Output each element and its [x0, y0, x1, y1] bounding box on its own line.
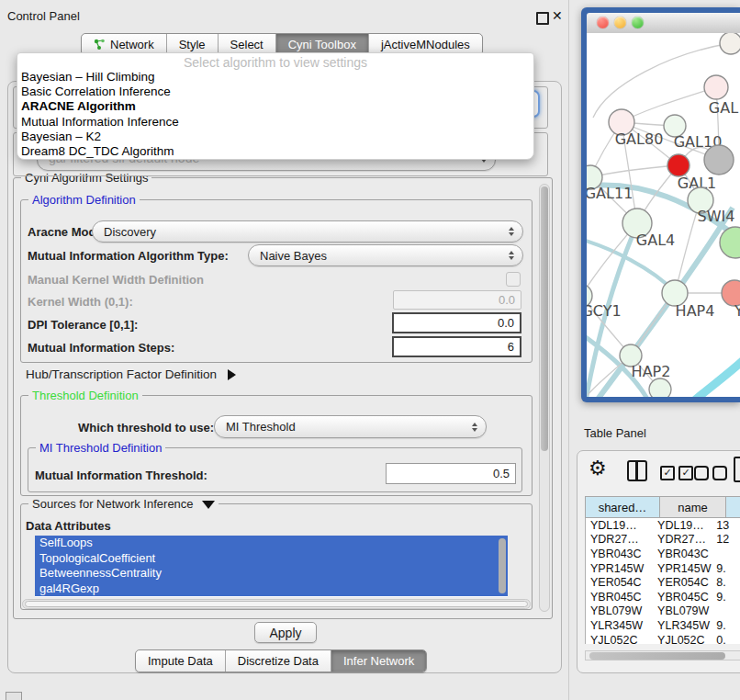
attribute-item-selfloops[interactable]: SelfLoops	[35, 536, 508, 551]
table-cell: 9.	[712, 562, 740, 575]
tab-label: Discretize Data	[238, 654, 319, 668]
node-salmon-right-label: Y	[734, 302, 740, 320]
control-panel: Control Panel ✕ NetworkStyleSelectCyni T…	[0, 0, 569, 700]
aracne-mode-value: Discovery	[104, 225, 156, 239]
table-horizontal-scrollbar[interactable]	[585, 650, 740, 660]
network-canvas[interactable]: GALGAL80GAL10GAL1GAL11SWI4GAL4GCY1HAP4YH…	[587, 33, 740, 397]
node-gal1[interactable]	[667, 154, 690, 176]
table-row-ybr045c[interactable]: YBR045CYBR045C9.	[586, 590, 740, 604]
mi-algorithm-type-label: Mutual Information Algorithm Type:	[28, 249, 229, 263]
column-header-name[interactable]: name	[660, 496, 726, 518]
table-cell: 0.	[712, 634, 740, 644]
data-attributes-label: Data Attributes	[26, 519, 111, 533]
float-window-icon[interactable]	[536, 12, 549, 25]
node-swi4-label: SWI4	[698, 208, 735, 225]
sources-horizontal-scrollbar[interactable]	[22, 599, 531, 609]
algorithm-option-dream8-dc-tdc-algorithm[interactable]: Dream8 DC_TDC Algorithm	[17, 144, 533, 159]
table-cell: YBR045C	[586, 591, 653, 604]
attribute-item-topologicalcoefficient[interactable]: TopologicalCoefficient	[35, 551, 508, 567]
close-icon[interactable]: ✕	[552, 8, 563, 23]
node-gray[interactable]	[704, 145, 734, 175]
threshold-definition-title: Threshold Definition	[28, 389, 142, 402]
document-icon[interactable]	[734, 457, 740, 482]
dpi-tolerance-field[interactable]: 0.0	[392, 312, 521, 333]
algorithm-option-basic-correlation-inference[interactable]: Basic Correlation Inference	[17, 85, 533, 99]
column-header-shared[interactable]: shared…	[585, 496, 660, 518]
sources-title-text: Sources for Network Inference	[32, 497, 194, 511]
table-cell: YDL19…	[586, 519, 653, 532]
manual-kernel-width-checkbox[interactable]	[506, 272, 521, 287]
node-gal-cut[interactable]	[704, 75, 728, 99]
algorithm-option-bayesian-k2[interactable]: Bayesian – K2	[17, 130, 533, 144]
minimize-traffic-light[interactable]	[614, 17, 626, 28]
popup-item-list: Bayesian – Hill ClimbingBasic Correlatio…	[17, 70, 533, 159]
tab-impute-data[interactable]: Impute Data	[136, 650, 226, 672]
node-unlabeled-bottom[interactable]	[649, 378, 671, 397]
table-cell: YDL19…	[653, 519, 712, 532]
mi-threshold-definition-title: MI Threshold Definition	[36, 441, 165, 455]
attribute-item-betweennesscentrality[interactable]: BetweennessCentrality	[35, 566, 508, 581]
split-columns-icon[interactable]	[627, 460, 647, 481]
chevron-down-icon	[202, 501, 215, 509]
table-cell: 8.	[712, 576, 740, 589]
tab-label: Select	[230, 38, 263, 51]
docked-panel-icon[interactable]	[6, 692, 22, 700]
network-window-titlebar[interactable]	[587, 13, 740, 34]
node-gal80-label: GAL80	[615, 130, 664, 148]
mi-steps-field[interactable]: 6	[392, 336, 521, 357]
close-traffic-light[interactable]	[597, 17, 609, 28]
deselect-all-icon[interactable]	[694, 466, 727, 480]
attribute-item-gal4rgexp[interactable]: gal4RGexp	[35, 581, 508, 597]
zoom-traffic-light[interactable]	[632, 17, 644, 28]
node-green-right[interactable]	[720, 227, 740, 258]
mi-threshold-field[interactable]: 0.5	[386, 463, 516, 484]
mi-steps-label: Mutual Information Steps:	[28, 341, 174, 355]
table-panel-body: ⚙ ✓✓ shared…name YDL19…YDL19…13YDR27…YDR…	[577, 450, 740, 673]
select-all-icon[interactable]: ✓✓	[660, 466, 693, 480]
application-screen: Control Panel ✕ NetworkStyleSelectCyni T…	[0, 0, 740, 700]
tab-label: Infer Network	[343, 654, 414, 668]
table-row-ydr27[interactable]: YDR27…YDR27…12	[586, 533, 740, 548]
data-attributes-list[interactable]: SelfLoopsTopologicalCoefficientBetweenne…	[35, 536, 508, 597]
tab-label: Network	[110, 38, 154, 51]
settings-vertical-scrollbar[interactable]	[539, 184, 550, 612]
algorithm-option-aracne-algorithm[interactable]: ARACNE Algorithm	[17, 99, 533, 114]
table-cell: YJL052C	[586, 634, 653, 644]
network-view-window[interactable]: GALGAL80GAL10GAL1GAL11SWI4GAL4GCY1HAP4YH…	[581, 7, 740, 402]
algorithm-option-mutual-information-inference[interactable]: Mutual Information Inference	[17, 115, 533, 130]
table-row-yjl052c[interactable]: YJL052CYJL052C0.	[586, 633, 740, 644]
attributes-list-scrollbar[interactable]	[499, 538, 506, 593]
table-cell: 13	[712, 519, 740, 532]
tab-infer-network[interactable]: Infer Network	[331, 650, 426, 672]
node-unlabeled-top[interactable]	[720, 33, 740, 54]
table-row-ybr043c[interactable]: YBR043CYBR043C	[586, 547, 740, 561]
network-graph-icon	[94, 39, 106, 51]
table-cell: YJL052C	[653, 634, 712, 644]
table-row-ybl079w[interactable]: YBL079WYBL079W	[586, 604, 740, 619]
which-threshold-combo[interactable]: MI Threshold	[214, 415, 487, 438]
manual-kernel-width-label: Manual Kernel Width Definition	[28, 273, 204, 287]
table-cell: YBR043C	[586, 548, 653, 560]
mi-algorithm-type-combo[interactable]: Naive Bayes	[248, 244, 523, 266]
table-cell: YLR345W	[653, 619, 712, 632]
tab-label: jActiveMNodules	[381, 38, 470, 51]
hub-definition-label: Hub/Transcription Factor Definition	[26, 367, 217, 381]
table-cell: 9.	[712, 619, 740, 632]
table-cell: YBR045C	[653, 591, 712, 604]
hub-definition-toggle[interactable]: Hub/Transcription Factor Definition	[26, 367, 236, 381]
node-gal-cut-label: GAL	[709, 99, 738, 117]
gear-icon[interactable]: ⚙	[589, 458, 607, 479]
algorithm-option-bayesian-hill-climbing[interactable]: Bayesian – Hill Climbing	[17, 70, 533, 85]
which-threshold-label: Which threshold to use:	[78, 421, 214, 435]
kernel-width-field[interactable]: 0.0	[393, 290, 521, 310]
table-row-yer054c[interactable]: YER054CYER054C8.	[586, 575, 740, 590]
dpi-tolerance-label: DPI Tolerance [0,1]:	[28, 318, 138, 332]
table-row-ylr345w[interactable]: YLR345WYLR345W9.	[586, 618, 740, 633]
table-row-ypr145w[interactable]: YPR145WYPR145W9.	[586, 561, 740, 576]
table-row-ydl19[interactable]: YDL19…YDL19…13	[586, 518, 740, 533]
sources-group-title[interactable]: Sources for Network Inference	[28, 497, 219, 511]
tab-discretize-data[interactable]: Discretize Data	[226, 650, 331, 672]
apply-button[interactable]: Apply	[254, 622, 317, 643]
aracne-mode-combo[interactable]: Discovery	[92, 220, 523, 243]
column-header-partial[interactable]	[726, 496, 740, 518]
